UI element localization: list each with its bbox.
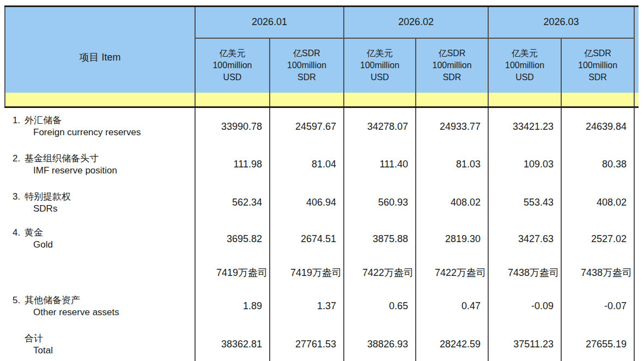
row-number: 4. bbox=[13, 227, 25, 239]
band-cell bbox=[195, 93, 270, 107]
month-header-1: 2026.01 bbox=[195, 7, 344, 38]
table-row-imf-reserve-position: 2.基金组织储备头寸 IMF reserve position 111.98 8… bbox=[5, 146, 639, 184]
cell-value: 81.03 bbox=[416, 146, 488, 184]
cell-value: 33421.23 bbox=[488, 107, 561, 146]
row-item-label: 5.其他储备资产 Other reserve assets bbox=[5, 289, 195, 324]
band-cell bbox=[416, 93, 488, 107]
item-column-header: 项目 Item bbox=[5, 7, 195, 93]
cell-value: 1.37 bbox=[270, 289, 344, 324]
cell-value: 81.04 bbox=[270, 146, 344, 184]
cell-value: 553.43 bbox=[488, 184, 561, 222]
row-item-label: 2.基金组织储备头寸 IMF reserve position bbox=[5, 146, 195, 184]
cell-value: -0.07 bbox=[561, 289, 634, 324]
row-item-label: 4.黄金 Gold bbox=[5, 222, 195, 256]
row-label-en: Gold bbox=[33, 239, 195, 251]
row-label-zh: 基金组织储备头寸 bbox=[25, 153, 99, 164]
unit-header-usd-3: 亿美元 100million USD bbox=[488, 38, 561, 93]
unit-currency: SDR bbox=[270, 71, 343, 83]
band-cell bbox=[344, 93, 416, 107]
cutoff-cell bbox=[634, 289, 639, 324]
band-cell bbox=[634, 93, 639, 107]
table-row-foreign-currency-reserves: 1.外汇储备 Foreign currency reserves 33990.7… bbox=[5, 107, 639, 146]
cell-value: 408.02 bbox=[416, 184, 488, 222]
row-label-en: IMF reserve position bbox=[33, 165, 195, 177]
unit-header-sdr-1: 亿SDR 100million SDR bbox=[270, 38, 344, 93]
band-cell bbox=[488, 93, 561, 107]
row-number: 3. bbox=[13, 191, 25, 203]
cell-value: 3695.82 bbox=[195, 222, 270, 256]
cell-value: 28242.59 bbox=[416, 324, 488, 361]
cutoff-column-unit bbox=[634, 38, 639, 93]
cell-value: 80.38 bbox=[561, 146, 634, 184]
cell-value: 7422万盎司 bbox=[416, 256, 488, 289]
unit-zh: 亿SDR bbox=[562, 47, 634, 59]
row-item-label: 1.外汇储备 Foreign currency reserves bbox=[5, 107, 195, 146]
unit-zh: 亿美元 bbox=[344, 47, 415, 59]
cell-value: 27655.19 bbox=[561, 324, 634, 361]
cutoff-column-header bbox=[634, 7, 639, 38]
row-label-zh: 特别提款权 bbox=[25, 191, 71, 202]
cell-value: 560.93 bbox=[344, 184, 416, 222]
unit-header-sdr-3: 亿SDR 100million SDR bbox=[561, 38, 634, 93]
row-item-label: 合计 Total bbox=[5, 324, 195, 361]
cell-value: 34278.07 bbox=[344, 107, 416, 146]
row-label-en: SDRs bbox=[33, 203, 195, 215]
cell-value: 2527.02 bbox=[561, 222, 634, 256]
table-sheet: 项目 Item 2026.01 2026.02 2026.03 亿美元 100m… bbox=[4, 5, 639, 361]
cell-value: 1.89 bbox=[195, 289, 270, 324]
unit-currency: USD bbox=[344, 71, 415, 83]
table-row-total: 合计 Total 38362.81 27761.53 38826.93 2824… bbox=[5, 324, 639, 361]
row-label-zh: 外汇储备 bbox=[25, 115, 62, 125]
cell-value: 408.02 bbox=[561, 184, 634, 222]
row-number: 1. bbox=[13, 115, 25, 127]
reserve-assets-table-page: 项目 Item 2026.01 2026.02 2026.03 亿美元 100m… bbox=[0, 0, 644, 361]
cutoff-cell bbox=[634, 146, 639, 184]
unit-scale: 100million bbox=[416, 59, 488, 71]
month-header-3: 2026.03 bbox=[488, 7, 634, 38]
unit-currency: USD bbox=[489, 71, 561, 83]
cutoff-cell bbox=[634, 222, 639, 256]
cutoff-cell bbox=[634, 324, 639, 361]
cell-value: 38826.93 bbox=[344, 324, 416, 361]
unit-scale: 100million bbox=[489, 59, 561, 71]
unit-scale: 100million bbox=[270, 59, 343, 71]
cell-value: 7419万盎司 bbox=[195, 256, 270, 289]
cell-value: -0.09 bbox=[488, 289, 561, 324]
cell-value: 7438万盎司 bbox=[488, 256, 561, 289]
cell-value: 38362.81 bbox=[195, 324, 270, 361]
cutoff-cell bbox=[634, 107, 639, 146]
header-month-row: 项目 Item 2026.01 2026.02 2026.03 bbox=[5, 7, 639, 38]
row-number: 2. bbox=[13, 153, 25, 165]
cell-value: 562.34 bbox=[195, 184, 270, 222]
unit-header-usd-2: 亿美元 100million USD bbox=[344, 38, 416, 93]
row-item-label bbox=[5, 256, 195, 289]
cell-value: 7422万盎司 bbox=[344, 256, 416, 289]
cutoff-cell bbox=[634, 184, 639, 222]
table-row-sdrs: 3.特别提款权 SDRs 562.34 406.94 560.93 408.02… bbox=[5, 184, 639, 222]
unit-currency: SDR bbox=[562, 71, 634, 83]
unit-scale: 100million bbox=[196, 59, 269, 71]
band-cell bbox=[5, 93, 195, 107]
row-label-zh: 其他储备资产 bbox=[25, 295, 80, 305]
unit-header-usd-1: 亿美元 100million USD bbox=[195, 38, 270, 93]
cell-value: 7419万盎司 bbox=[270, 256, 344, 289]
unit-scale: 100million bbox=[562, 59, 634, 71]
table-row-gold: 4.黄金 Gold 3695.82 2674.51 3875.88 2819.3… bbox=[5, 222, 639, 256]
row-label-en: Foreign currency reserves bbox=[33, 127, 195, 139]
row-label-zh: 合计 bbox=[25, 333, 43, 344]
unit-zh: 亿SDR bbox=[416, 47, 488, 59]
band-cell bbox=[270, 93, 344, 107]
separator-band-row bbox=[5, 93, 639, 107]
cell-value: 3427.63 bbox=[488, 222, 561, 256]
cell-value: 111.40 bbox=[344, 146, 416, 184]
row-label-en: Total bbox=[33, 345, 195, 357]
cell-value: 33990.78 bbox=[195, 107, 270, 146]
unit-currency: SDR bbox=[416, 71, 488, 83]
unit-header-sdr-2: 亿SDR 100million SDR bbox=[416, 38, 488, 93]
cell-value: 109.03 bbox=[488, 146, 561, 184]
cell-value: 7438万盎司 bbox=[561, 256, 634, 289]
cell-value: 3875.88 bbox=[344, 222, 416, 256]
month-header-2: 2026.02 bbox=[344, 7, 488, 38]
row-item-label: 3.特别提款权 SDRs bbox=[5, 184, 195, 222]
row-label-en: Other reserve assets bbox=[33, 306, 195, 318]
